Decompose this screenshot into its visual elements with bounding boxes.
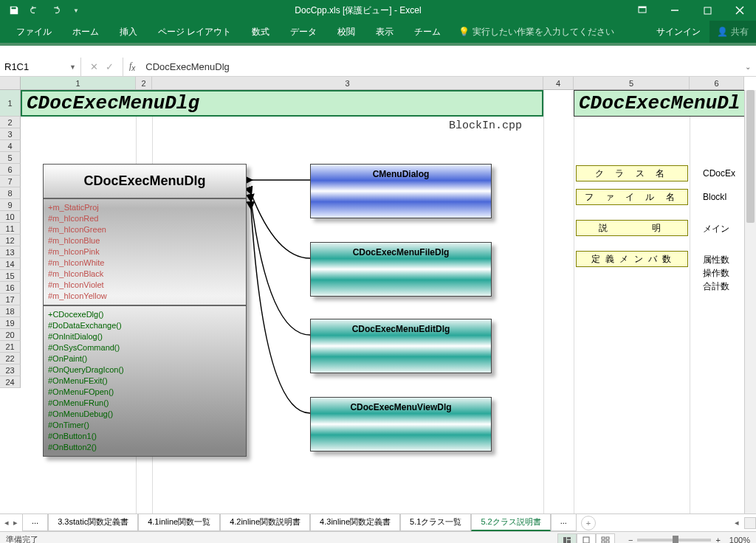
- row-header[interactable]: 7: [0, 176, 21, 187]
- row-header[interactable]: 14: [0, 258, 21, 270]
- row-header[interactable]: 21: [0, 341, 21, 353]
- chevron-down-icon[interactable]: ▼: [69, 63, 76, 71]
- vertical-scrollbar[interactable]: [744, 90, 756, 513]
- col-header[interactable]: 3: [152, 77, 543, 89]
- row-header[interactable]: 1: [0, 90, 21, 117]
- maximize-button[interactable]: [691, 0, 724, 21]
- tab-prev-icon[interactable]: ▸: [13, 518, 18, 528]
- tab-insert[interactable]: 挿入: [109, 21, 148, 43]
- row-header[interactable]: 12: [0, 235, 21, 246]
- row-header[interactable]: 16: [0, 282, 21, 294]
- row-header[interactable]: 9: [0, 199, 21, 211]
- cancel-icon[interactable]: ✕: [90, 61, 98, 72]
- row-header[interactable]: 5: [0, 152, 21, 164]
- zoom-slider[interactable]: − +: [628, 536, 721, 544]
- minimize-button[interactable]: [659, 0, 691, 21]
- uml-attribute: #m_hIconPink: [48, 246, 241, 257]
- sheet-tab[interactable]: 5.2クラス説明書: [471, 514, 550, 531]
- uml-operation: #OnMenuFRun(): [48, 398, 241, 409]
- tab-data[interactable]: データ: [280, 21, 327, 43]
- sheet-tab[interactable]: ...: [551, 514, 577, 531]
- cell-title-main[interactable]: CDocExecMenuDlg: [21, 90, 543, 117]
- new-sheet-button[interactable]: +: [581, 516, 596, 530]
- row-header[interactable]: 4: [0, 140, 21, 152]
- tab-home[interactable]: ホーム: [62, 21, 109, 43]
- row-header[interactable]: 2: [0, 117, 21, 128]
- tab-review[interactable]: 校閲: [327, 21, 365, 43]
- col-header[interactable]: 6: [690, 77, 744, 89]
- cells[interactable]: CDocExecMenuDlg CDocExecMenuDl BlockIn.c…: [21, 90, 744, 513]
- row-header[interactable]: 8: [0, 187, 21, 199]
- row-header[interactable]: 22: [0, 353, 21, 364]
- uml-operation: #OnSysCommand(): [48, 342, 241, 353]
- row-header[interactable]: 19: [0, 317, 21, 329]
- slider-thumb[interactable]: [673, 536, 678, 544]
- expand-formula-icon[interactable]: ⌄: [740, 63, 756, 71]
- close-button[interactable]: [724, 0, 756, 21]
- col-header[interactable]: 5: [574, 77, 690, 89]
- redo-button[interactable]: [46, 2, 65, 18]
- sheet-tab[interactable]: 4.1inline関数一覧: [138, 514, 220, 531]
- uml-operations: +CDocexeDlg()#DoDataExchange()#OnInitDia…: [44, 306, 246, 456]
- undo-button[interactable]: [25, 2, 44, 18]
- titlebar: ▼ DocCpp.xls [保護ビュー] - Excel: [0, 0, 756, 21]
- tab-first-icon[interactable]: ◂: [4, 518, 9, 528]
- sheet-tab[interactable]: 5.1クラス一覧: [400, 514, 471, 531]
- sheet-tab[interactable]: 4.3inline関数定義書: [310, 514, 400, 531]
- ribbon-tabs: ファイル ホーム 挿入 ページ レイアウト 数式 データ 校閲 表示 チーム 💡…: [0, 21, 756, 43]
- row-header[interactable]: 17: [0, 294, 21, 305]
- qat-customize-icon[interactable]: ▼: [66, 2, 86, 18]
- zoom-out-button[interactable]: −: [628, 536, 633, 544]
- row-header[interactable]: 23: [0, 364, 21, 376]
- sheet-tab[interactable]: 4.2inline関数説明書: [220, 514, 310, 531]
- ribbon-options-button[interactable]: [626, 0, 659, 21]
- fx-icon[interactable]: fx: [123, 60, 141, 72]
- col-header[interactable]: 1: [21, 77, 136, 89]
- tab-formulas[interactable]: 数式: [241, 21, 280, 43]
- row-header[interactable]: 13: [0, 246, 21, 258]
- quick-access-toolbar: ▼: [0, 2, 90, 18]
- tab-scroll-left[interactable]: ◂: [729, 518, 744, 528]
- normal-view-button[interactable]: [557, 533, 577, 544]
- row-header[interactable]: 6: [0, 164, 21, 176]
- slider-track[interactable]: [637, 539, 711, 542]
- select-all-corner[interactable]: [0, 77, 21, 89]
- row-header[interactable]: 3: [0, 128, 21, 140]
- row-header[interactable]: 20: [0, 329, 21, 341]
- formula-input[interactable]: CDocExecMenuDlg: [141, 61, 740, 72]
- row-header[interactable]: 18: [0, 305, 21, 317]
- tell-me[interactable]: 💡実行したい作業を入力してください: [451, 26, 622, 38]
- tab-pagelayout[interactable]: ページ レイアウト: [148, 21, 241, 43]
- enter-icon[interactable]: ✓: [106, 61, 114, 72]
- col-header[interactable]: 2: [136, 77, 152, 89]
- row-header[interactable]: 24: [0, 376, 21, 388]
- svg-rect-12: [606, 537, 609, 539]
- page-layout-view-button[interactable]: [577, 533, 596, 544]
- tab-nav: ◂ ▸: [0, 518, 22, 528]
- signin-button[interactable]: サインイン: [647, 26, 709, 38]
- uml-operation: #OnButton1(): [48, 431, 241, 442]
- share-button[interactable]: 👤共有: [709, 21, 756, 43]
- sheet-tab[interactable]: ...: [22, 514, 48, 531]
- page-break-view-button[interactable]: [596, 533, 615, 544]
- view-buttons: [557, 533, 615, 544]
- zoom-in-button[interactable]: +: [715, 536, 720, 544]
- col-header[interactable]: 4: [543, 77, 574, 89]
- row-header[interactable]: 11: [0, 223, 21, 235]
- save-button[interactable]: [4, 2, 24, 18]
- name-box[interactable]: R1C1 ▼: [0, 58, 81, 76]
- horizontal-scrollbar[interactable]: [744, 517, 756, 529]
- svg-rect-3: [704, 7, 711, 14]
- svg-rect-8: [567, 537, 571, 539]
- row-header[interactable]: 15: [0, 270, 21, 282]
- tab-team[interactable]: チーム: [404, 21, 451, 43]
- cell-title-side[interactable]: CDocExecMenuDl: [574, 90, 756, 117]
- tab-file[interactable]: ファイル: [6, 21, 62, 43]
- svg-rect-9: [567, 540, 571, 543]
- row-header[interactable]: 10: [0, 211, 21, 223]
- formula-bar: R1C1 ▼ ✕ ✓ fx CDocExecMenuDlg ⌄: [0, 58, 756, 77]
- sheet-tab[interactable]: 3.3static関数定義書: [48, 514, 138, 531]
- scrollbar-thumb[interactable]: [746, 90, 755, 223]
- zoom-percent[interactable]: 100%: [729, 536, 750, 544]
- tab-view[interactable]: 表示: [365, 21, 404, 43]
